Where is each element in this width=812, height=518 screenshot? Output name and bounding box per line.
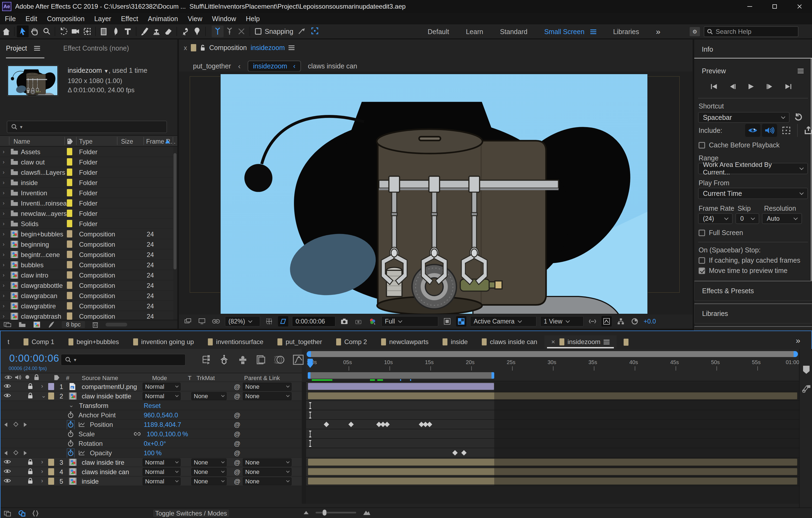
snapshot-icon[interactable] <box>339 316 349 327</box>
track-row[interactable] <box>306 420 799 429</box>
expander-icon[interactable]: › <box>3 179 5 186</box>
time-navigator-bar[interactable] <box>307 351 798 357</box>
draft-3d-icon[interactable] <box>219 354 230 365</box>
project-item-assets[interactable]: ›AssetsFolder <box>0 147 173 157</box>
include-audio-button[interactable] <box>762 124 777 137</box>
stopwatch-icon[interactable] <box>68 421 74 429</box>
project-item-clawgrabbottle[interactable]: ›clawgrabbottleComposition24 <box>0 280 173 291</box>
motion-blur-icon[interactable] <box>274 355 285 365</box>
local-axis-button[interactable] <box>212 25 224 37</box>
preview-panel-header[interactable]: Preview <box>702 67 726 75</box>
project-item-inventi-roinsea[interactable]: ›Inventi...roinseaFolder <box>0 198 173 208</box>
timeline-search-input[interactable]: ▼ <box>61 354 186 366</box>
trkmat-dropdown[interactable]: None <box>191 468 227 476</box>
pixel-aspect-icon[interactable] <box>587 316 598 327</box>
next-keyframe-icon[interactable] <box>24 451 27 455</box>
menu-effect[interactable]: Effect <box>121 15 138 23</box>
timeline-tab-put-together[interactable]: put_together <box>270 335 329 348</box>
layer-name[interactable]: inside <box>82 478 99 485</box>
move-time-checkbox[interactable] <box>699 268 705 274</box>
menu-layer[interactable]: Layer <box>94 15 111 23</box>
dimension-link-icon[interactable] <box>134 431 141 437</box>
timeline-row-rotation[interactable]: Rotation0x+0.0°@ <box>1 439 302 448</box>
timeline-tab-begin-bubbles[interactable]: begin+bubbles <box>61 335 126 348</box>
column-size[interactable]: Size <box>121 138 133 145</box>
track-row[interactable] <box>306 448 799 458</box>
tabs-overflow-icon[interactable]: » <box>796 336 800 345</box>
panel-header-effects-presets[interactable]: Effects & Presets <box>694 281 812 301</box>
play-icon[interactable] <box>748 83 754 90</box>
blend-mode-dropdown[interactable]: Normal <box>143 392 180 400</box>
maximize-button[interactable] <box>762 0 787 13</box>
project-scrollbar[interactable] <box>174 153 176 269</box>
world-axis-button[interactable] <box>224 25 235 37</box>
project-panel-menu-icon[interactable] <box>34 45 40 52</box>
layer-visibility-icon[interactable] <box>4 384 11 390</box>
timeline-tab-newclawparts[interactable]: newclawparts <box>374 335 435 348</box>
layer-duration-bar-outside[interactable] <box>494 458 798 466</box>
column-number[interactable]: # <box>66 375 69 382</box>
pickwhip-icon[interactable]: @ <box>234 440 240 448</box>
expander-icon[interactable]: › <box>3 149 5 155</box>
active-camera-dropdown[interactable]: Active Camera <box>470 316 536 327</box>
project-item-clawgrabtire[interactable]: ›clawgrabtireComposition24 <box>0 301 173 311</box>
graph-editor-icon[interactable] <box>293 355 304 365</box>
layer-label-chip[interactable] <box>48 468 54 475</box>
pickwhip-icon[interactable]: @ <box>234 430 240 438</box>
project-item-solids[interactable]: ›SolidsFolder <box>0 219 173 229</box>
label-color-chip[interactable] <box>67 158 72 165</box>
panel-menu-icon[interactable] <box>289 44 294 51</box>
expander-icon[interactable]: › <box>3 200 5 206</box>
play-cached-frames-checkbox[interactable] <box>699 257 705 264</box>
add-keyframe-icon[interactable] <box>13 450 18 455</box>
timeline-tab-stub[interactable] <box>616 336 636 348</box>
property-value[interactable]: 1189.8,404.7 <box>144 421 181 428</box>
pickwhip-icon[interactable]: @ <box>234 459 240 466</box>
menu-view[interactable]: View <box>188 15 202 23</box>
layer-name[interactable]: claw inside tire <box>82 459 124 466</box>
playhead-flag[interactable] <box>308 359 313 365</box>
layer-name[interactable]: claws inside can <box>82 468 129 476</box>
expander-icon[interactable]: › <box>3 313 5 319</box>
region-of-interest-icon[interactable] <box>278 316 288 327</box>
puppet-pin-button[interactable] <box>191 25 203 37</box>
layer-lock-icon[interactable] <box>28 383 33 390</box>
layer-duration-bar-outside[interactable] <box>494 478 798 485</box>
expander-icon[interactable]: › <box>3 241 5 247</box>
composition-mini-flowchart-icon[interactable] <box>201 355 210 365</box>
breadcrumb-parent[interactable]: put_together <box>193 62 231 70</box>
column-trkmat[interactable]: TrkMat <box>197 375 215 382</box>
timeline-tab-inside[interactable]: inside <box>435 335 475 348</box>
timeline-row-claws-inside-can[interactable]: ›4claws inside canNormalNone@None <box>1 467 302 477</box>
frame-blending-icon[interactable] <box>256 355 266 365</box>
include-video-button[interactable] <box>745 124 760 137</box>
menu-composition[interactable]: Composition <box>47 15 84 23</box>
layer-duration-bar-outside[interactable] <box>494 392 798 399</box>
breadcrumb-child[interactable]: claws inside can <box>308 62 357 70</box>
reset-link[interactable]: Reset <box>144 402 161 409</box>
column-parent-link[interactable]: Parent & Link <box>244 375 280 382</box>
layer-duration-bar[interactable] <box>308 468 494 475</box>
type-tool-button[interactable] <box>122 25 134 37</box>
label-color-chip[interactable] <box>67 189 72 196</box>
project-item-invention[interactable]: ›InventionFolder <box>0 188 173 198</box>
layer-duration-bar[interactable] <box>308 392 494 399</box>
workspace-settings-icon[interactable]: ⚙ <box>690 27 700 36</box>
share-icon[interactable] <box>801 124 812 137</box>
project-item-inside[interactable]: ›insideFolder <box>0 178 173 188</box>
expander-icon[interactable]: › <box>3 262 5 268</box>
snapping-control[interactable]: Snapping <box>255 28 293 35</box>
menu-help[interactable]: Help <box>246 15 260 23</box>
label-color-chip[interactable] <box>67 292 72 299</box>
layer-label-chip[interactable] <box>48 459 54 466</box>
column-frame-rate[interactable]: Frame R... <box>146 138 176 145</box>
project-item-newclaw-ayers[interactable]: ›newclaw...ayersFolder <box>0 208 173 219</box>
minimize-button[interactable] <box>737 0 762 13</box>
view-axis-button[interactable] <box>235 25 248 37</box>
stopwatch-icon[interactable] <box>68 430 74 438</box>
property-value[interactable]: 960.0,540.0 <box>144 412 178 419</box>
comp-marker-bin-icon[interactable] <box>802 365 810 374</box>
frame-rate-dropdown[interactable]: (24) <box>698 213 733 224</box>
layer-expander-icon[interactable]: › <box>41 478 43 484</box>
layer-name[interactable]: compartmentU.png <box>82 383 137 391</box>
